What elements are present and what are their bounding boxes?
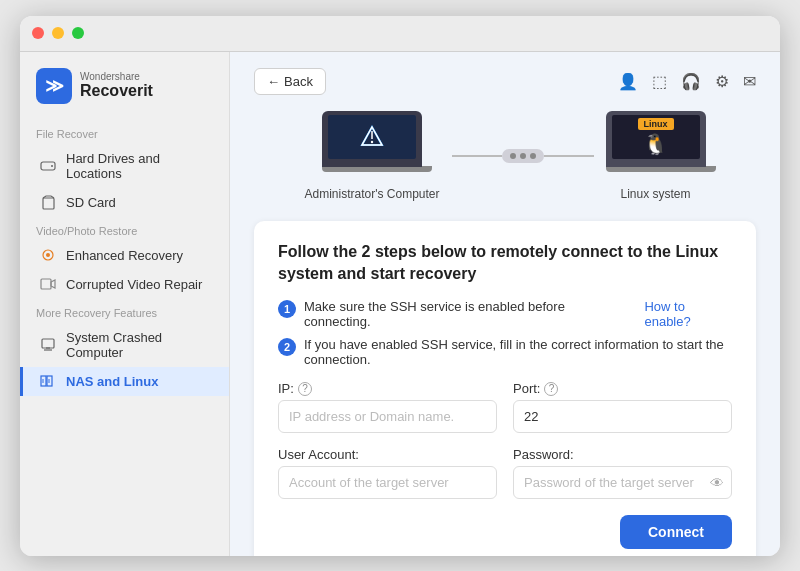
sidebar-label-enhanced: Enhanced Recovery xyxy=(66,248,183,263)
connection-line xyxy=(452,149,594,163)
top-bar: ← Back 👤 ⬚ 🎧 ⚙ ✉ xyxy=(254,68,756,95)
section-file-recover: File Recover xyxy=(20,120,229,144)
enhanced-icon xyxy=(39,248,57,262)
sidebar-label-corrupted-video: Corrupted Video Repair xyxy=(66,277,202,292)
user-account-group: User Account: xyxy=(278,447,497,499)
port-input[interactable] xyxy=(513,400,732,433)
nas-linux-icon xyxy=(39,374,57,388)
sidebar-item-corrupted-video[interactable]: Corrupted Video Repair xyxy=(20,270,229,299)
sidebar-item-hard-drives[interactable]: Hard Drives and Locations xyxy=(20,144,229,188)
svg-rect-5 xyxy=(41,279,51,289)
connect-button[interactable]: Connect xyxy=(620,515,732,549)
sidebar-label-nas-linux: NAS and Linux xyxy=(66,374,158,389)
corrupted-video-icon xyxy=(39,277,57,291)
sidebar-item-system-crashed[interactable]: System Crashed Computer xyxy=(20,323,229,367)
system-crashed-icon xyxy=(39,338,57,352)
form-card: Follow the 2 steps below to remotely con… xyxy=(254,221,756,556)
back-label: Back xyxy=(284,74,313,89)
password-input[interactable] xyxy=(513,466,732,499)
logo-brand: Wondershare xyxy=(80,71,153,82)
password-group: Password: 👁 xyxy=(513,447,732,499)
step-2: 2 If you have enabled SSH service, fill … xyxy=(278,337,732,367)
back-button[interactable]: ← Back xyxy=(254,68,326,95)
top-icons: 👤 ⬚ 🎧 ⚙ ✉ xyxy=(618,72,756,91)
port-group: Port: ? xyxy=(513,381,732,433)
svg-rect-6 xyxy=(42,339,54,348)
back-arrow-icon: ← xyxy=(267,74,280,89)
ip-group: IP: ? xyxy=(278,381,497,433)
section-more-features: More Recovery Features xyxy=(20,299,229,323)
svg-point-4 xyxy=(46,253,50,257)
minimize-button[interactable] xyxy=(52,27,64,39)
app-window: ≫ Wondershare Recoverit File Recover Har… xyxy=(20,16,780,556)
hard-drive-icon xyxy=(39,159,57,173)
ip-info-icon[interactable]: ? xyxy=(298,382,312,396)
settings-icon[interactable]: ⚙ xyxy=(715,72,729,91)
section-video-restore: Video/Photo Restore xyxy=(20,217,229,241)
title-bar xyxy=(20,16,780,52)
svg-point-16 xyxy=(371,140,373,142)
close-button[interactable] xyxy=(32,27,44,39)
step1-badge: 1 xyxy=(278,300,296,318)
port-info-icon[interactable]: ? xyxy=(544,382,558,396)
logo-icon: ≫ xyxy=(36,68,72,104)
step1-text: Make sure the SSH service is enabled bef… xyxy=(304,299,625,329)
toggle-password-icon[interactable]: 👁 xyxy=(710,475,724,491)
user-label: User Account: xyxy=(278,447,497,462)
admin-label: Administrator's Computer xyxy=(305,187,440,201)
svg-rect-2 xyxy=(43,198,54,209)
sidebar-item-enhanced[interactable]: Enhanced Recovery xyxy=(20,241,229,270)
sidebar-label-hard-drives: Hard Drives and Locations xyxy=(66,151,213,181)
admin-computer-block: Administrator's Computer xyxy=(305,111,440,201)
port-label: Port: ? xyxy=(513,381,732,396)
mail-icon[interactable]: ✉ xyxy=(743,72,756,91)
user-input[interactable] xyxy=(278,466,497,499)
sidebar-item-nas-linux[interactable]: NAS and Linux xyxy=(20,367,229,396)
step2-badge: 2 xyxy=(278,338,296,356)
linux-label: Linux system xyxy=(620,187,690,201)
sd-card-icon xyxy=(39,195,57,209)
account-icon[interactable]: 👤 xyxy=(618,72,638,91)
step2-text: If you have enabled SSH service, fill in… xyxy=(304,337,732,367)
form-title: Follow the 2 steps below to remotely con… xyxy=(278,241,732,286)
admin-computer-img xyxy=(322,111,422,181)
app-body: ≫ Wondershare Recoverit File Recover Har… xyxy=(20,52,780,556)
step-1: 1 Make sure the SSH service is enabled b… xyxy=(278,299,732,329)
linux-computer-block: Linux 🐧 Linux system xyxy=(606,111,706,201)
sidebar: ≫ Wondershare Recoverit File Recover Har… xyxy=(20,52,230,556)
form-row-ip-port: IP: ? Port: ? xyxy=(278,381,732,433)
sidebar-label-system-crashed: System Crashed Computer xyxy=(66,330,213,360)
maximize-button[interactable] xyxy=(72,27,84,39)
form-row-credentials: User Account: Password: 👁 xyxy=(278,447,732,499)
app-logo: ≫ Wondershare Recoverit xyxy=(20,64,229,120)
ip-input[interactable] xyxy=(278,400,497,433)
password-wrapper: 👁 xyxy=(513,466,732,499)
password-label: Password: xyxy=(513,447,732,462)
logo-product: Recoverit xyxy=(80,82,153,100)
headset-icon[interactable]: 🎧 xyxy=(681,72,701,91)
svg-point-1 xyxy=(51,165,53,167)
how-to-enable-link[interactable]: How to enable? xyxy=(644,299,732,329)
sidebar-item-sd-card[interactable]: SD Card xyxy=(20,188,229,217)
linux-computer-img: Linux 🐧 xyxy=(606,111,706,181)
main-content: ← Back 👤 ⬚ 🎧 ⚙ ✉ xyxy=(230,52,780,556)
ip-label: IP: ? xyxy=(278,381,497,396)
connect-row: Connect xyxy=(278,515,732,549)
login-icon[interactable]: ⬚ xyxy=(652,72,667,91)
connection-diagram: Administrator's Computer xyxy=(254,111,756,201)
sidebar-label-sd-card: SD Card xyxy=(66,195,116,210)
